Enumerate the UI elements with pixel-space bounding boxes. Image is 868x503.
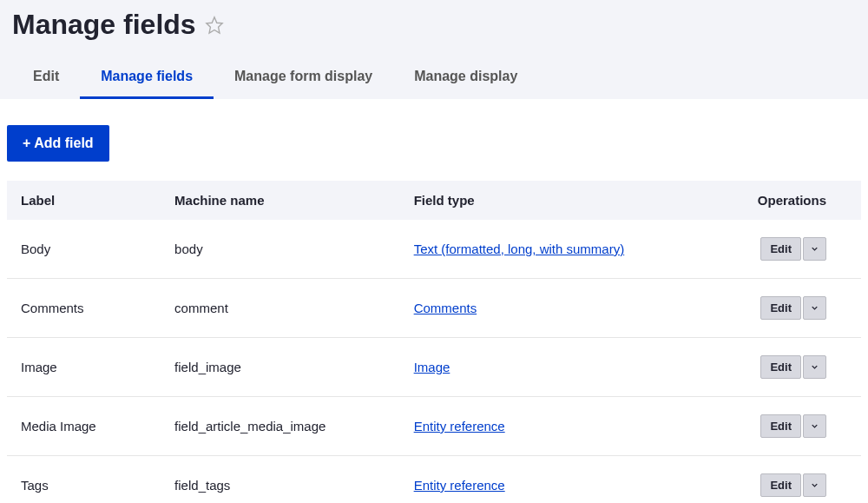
chevron-down-icon xyxy=(810,244,819,254)
field-type-link[interactable]: Comments xyxy=(414,301,477,315)
table-row: CommentscommentCommentsEdit xyxy=(7,279,861,338)
header-operations: Operations xyxy=(725,181,861,220)
operations-dropdown-button[interactable] xyxy=(803,473,826,497)
row-field-type: Text (formatted, long, with summary) xyxy=(400,220,725,279)
edit-button[interactable]: Edit xyxy=(760,414,801,438)
edit-button[interactable]: Edit xyxy=(760,237,801,261)
chevron-down-icon xyxy=(810,421,819,431)
operations-dropdown-button[interactable] xyxy=(803,237,826,261)
operations-group: Edit xyxy=(760,355,826,379)
tab-manage-fields[interactable]: Manage fields xyxy=(80,56,214,99)
row-label: Comments xyxy=(7,279,161,338)
edit-button[interactable]: Edit xyxy=(760,296,801,320)
field-type-link[interactable]: Text (formatted, long, with summary) xyxy=(414,242,625,256)
row-field-type: Image xyxy=(400,338,725,397)
row-label: Media Image xyxy=(7,397,161,456)
row-operations: Edit xyxy=(725,338,861,397)
row-field-type: Entity reference xyxy=(400,456,725,504)
svg-marker-0 xyxy=(206,17,221,32)
header-label: Label xyxy=(7,181,161,220)
row-machine-name: body xyxy=(161,220,400,279)
tab-manage-display[interactable]: Manage display xyxy=(393,56,538,99)
chevron-down-icon xyxy=(810,480,819,490)
operations-group: Edit xyxy=(760,414,826,438)
row-operations: Edit xyxy=(725,279,861,338)
row-label: Image xyxy=(7,338,161,397)
fields-table: Label Machine name Field type Operations… xyxy=(7,181,861,503)
row-machine-name: field_tags xyxy=(161,456,400,504)
row-machine-name: field_image xyxy=(161,338,400,397)
row-operations: Edit xyxy=(725,397,861,456)
operations-group: Edit xyxy=(760,237,826,261)
table-row: Imagefield_imageImageEdit xyxy=(7,338,861,397)
row-operations: Edit xyxy=(725,456,861,504)
operations-dropdown-button[interactable] xyxy=(803,355,826,379)
field-type-link[interactable]: Image xyxy=(414,360,450,374)
edit-button[interactable]: Edit xyxy=(760,473,801,497)
header-machine-name: Machine name xyxy=(161,181,400,220)
row-field-type: Comments xyxy=(400,279,725,338)
tabs: EditManage fieldsManage form displayMana… xyxy=(0,56,868,99)
tab-manage-form-display[interactable]: Manage form display xyxy=(214,56,393,99)
operations-group: Edit xyxy=(760,296,826,320)
row-label: Tags xyxy=(7,456,161,504)
row-operations: Edit xyxy=(725,220,861,279)
tab-edit[interactable]: Edit xyxy=(12,56,80,99)
row-machine-name: field_article_media_image xyxy=(161,397,400,456)
table-row: Tagsfield_tagsEntity referenceEdit xyxy=(7,456,861,504)
field-type-link[interactable]: Entity reference xyxy=(414,478,505,493)
favorite-star-icon[interactable] xyxy=(205,12,224,38)
edit-button[interactable]: Edit xyxy=(760,355,801,379)
page-title: Manage fields xyxy=(12,9,196,41)
table-row: Media Imagefield_article_media_imageEnti… xyxy=(7,397,861,456)
row-machine-name: comment xyxy=(161,279,400,338)
row-label: Body xyxy=(7,220,161,279)
operations-dropdown-button[interactable] xyxy=(803,414,826,438)
header-field-type: Field type xyxy=(400,181,725,220)
chevron-down-icon xyxy=(810,303,819,313)
chevron-down-icon xyxy=(810,362,819,372)
field-type-link[interactable]: Entity reference xyxy=(414,419,505,434)
row-field-type: Entity reference xyxy=(400,397,725,456)
operations-group: Edit xyxy=(760,473,826,497)
table-row: BodybodyText (formatted, long, with summ… xyxy=(7,220,861,279)
add-field-button[interactable]: + Add field xyxy=(7,125,109,162)
operations-dropdown-button[interactable] xyxy=(803,296,826,320)
